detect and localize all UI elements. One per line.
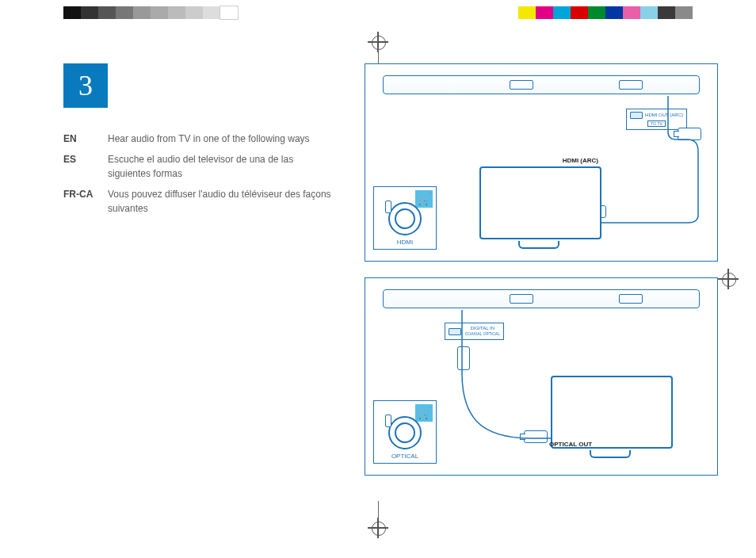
color-swatch — [623, 6, 640, 19]
soundbar-rear-icon — [383, 289, 701, 308]
color-swatch — [605, 6, 623, 19]
cable-coil-icon — [388, 202, 422, 235]
lang-text: Hear audio from TV in one of the followi… — [108, 132, 333, 146]
step-number-badge: 3 — [63, 63, 108, 108]
color-swatch — [518, 6, 536, 19]
instruction-block: EN Hear audio from TV in one of the foll… — [63, 132, 333, 216]
diagrams-column: HDMI OUT (ARC) TO TV HDMI (ARC) 🛒 HDMI — [365, 63, 718, 491]
accessory-label: HDMI — [397, 239, 413, 246]
instruction-es: ES Escuche el audio del televisor de una… — [63, 152, 333, 181]
accessory-label: OPTICAL — [391, 453, 418, 460]
color-swatch — [658, 6, 675, 19]
hdmi-cable-accessory: 🛒 HDMI — [373, 186, 437, 250]
page-content: 3 EN Hear audio from TV in one of the fo… — [63, 63, 718, 534]
color-swatch — [98, 6, 116, 19]
color-swatch — [168, 6, 185, 19]
hdmi-arc-label: HDMI (ARC) — [563, 157, 598, 164]
instruction-frca: FR-CA Vous pouvez diffuser l'audio du té… — [63, 187, 333, 216]
diagram-hdmi-arc: HDMI OUT (ARC) TO TV HDMI (ARC) 🛒 HDMI — [365, 63, 718, 262]
cart-icon: 🛒 — [415, 190, 433, 208]
color-swatch — [588, 6, 605, 19]
color-swatch — [81, 6, 98, 19]
color-swatch — [553, 6, 571, 19]
color-swatch — [116, 6, 133, 19]
color-swatch — [220, 6, 238, 19]
color-swatch — [640, 6, 658, 19]
lang-code: ES — [63, 152, 108, 181]
lang-text: Escuche el audio del televisor de una de… — [108, 152, 333, 181]
color-swatch — [133, 6, 151, 19]
color-swatch — [536, 6, 553, 19]
color-swatch — [675, 6, 693, 19]
instruction-en: EN Hear audio from TV in one of the foll… — [63, 132, 333, 146]
lang-text: Vous pouvez diffuser l'audio du télévise… — [108, 187, 333, 216]
printer-colorbar-right — [518, 6, 693, 19]
color-swatch — [203, 6, 220, 19]
color-swatch — [151, 6, 168, 19]
tv-icon — [479, 166, 598, 250]
optical-cable-accessory: 🛒 OPTICAL — [373, 400, 437, 464]
diagram-optical: DIGITAL IN COAXIAL OPTICAL OPTICAL OUT 🛒 — [365, 277, 718, 476]
lang-code: EN — [63, 132, 108, 146]
optical-out-label: OPTICAL OUT — [549, 441, 592, 448]
cable-coil-icon — [388, 416, 422, 449]
color-swatch — [185, 6, 203, 19]
lang-code: FR-CA — [63, 187, 108, 216]
color-swatch — [571, 6, 588, 19]
color-swatch — [63, 6, 81, 19]
printer-colorbar-left — [63, 6, 238, 19]
soundbar-rear-icon — [383, 75, 701, 94]
registration-mark-right — [718, 269, 739, 289]
cart-icon: 🛒 — [415, 404, 433, 422]
